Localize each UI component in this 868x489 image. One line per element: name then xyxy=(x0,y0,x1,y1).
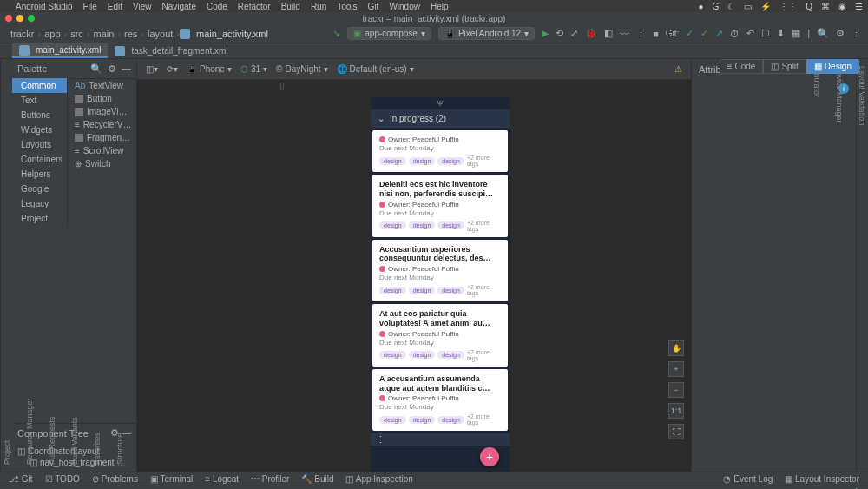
rail-device-manager[interactable]: Device Manager xyxy=(833,66,845,465)
more-tags[interactable]: +2 more tags xyxy=(467,413,501,426)
avd-icon[interactable]: ☐ xyxy=(761,28,770,39)
tag[interactable]: design xyxy=(379,287,406,294)
zoom-reset-icon[interactable]: ⛶ xyxy=(668,424,684,439)
bottom-nav[interactable]: ⋮ xyxy=(371,433,510,446)
view-mode-code[interactable]: ≡Code xyxy=(720,59,764,74)
menu-window[interactable]: Window xyxy=(389,2,420,11)
menu-tools[interactable]: Tools xyxy=(337,2,357,11)
menu-build[interactable]: Build xyxy=(281,2,300,11)
tool-logcat[interactable]: ≡ Logcat xyxy=(205,474,239,484)
tool-profiler[interactable]: 〰 Profiler xyxy=(251,474,289,484)
pan-icon[interactable]: ✋ xyxy=(668,340,684,356)
palette-cat-project[interactable]: Project xyxy=(12,211,67,226)
menu-icon[interactable]: ☰ xyxy=(855,2,863,11)
tag[interactable]: design xyxy=(379,351,406,359)
rail-favorites[interactable]: Favorites xyxy=(91,66,103,465)
tool-event-log[interactable]: ◔ Event Log xyxy=(723,474,773,484)
view-mode-design[interactable]: ▦Design xyxy=(806,59,859,74)
crumb-src[interactable]: src xyxy=(67,29,87,39)
crumb-main[interactable]: main xyxy=(90,29,118,39)
tool-todo[interactable]: ☑ TODO xyxy=(45,474,80,484)
rail-project[interactable]: Project xyxy=(1,66,13,465)
git-commit-icon[interactable]: ✓ xyxy=(700,28,708,39)
menu-help[interactable]: Help xyxy=(431,2,449,11)
palette-cat-layouts[interactable]: Layouts xyxy=(12,137,67,152)
crumb-app[interactable]: app xyxy=(41,29,63,39)
menu-git[interactable]: Git xyxy=(368,2,379,11)
menu-edit[interactable]: Edit xyxy=(108,2,122,11)
app-name[interactable]: Android Studio xyxy=(16,2,73,11)
more-tags[interactable]: +2 more tags xyxy=(467,349,501,361)
tool-app-inspection[interactable]: ◫ App Inspection xyxy=(345,474,412,484)
search-icon[interactable]: Q xyxy=(806,2,812,11)
menu-file[interactable]: File xyxy=(83,2,97,11)
fab-add[interactable]: + xyxy=(480,447,499,466)
locale-dropdown[interactable]: 🌐 Default (en-us) ▾ xyxy=(337,64,414,74)
rail-build-variants[interactable]: Build Variants xyxy=(69,66,81,465)
display-icon[interactable]: ▭ xyxy=(744,2,752,11)
palette-cat-common[interactable]: Common xyxy=(12,78,67,93)
tag[interactable]: design xyxy=(437,287,464,294)
sdk-icon[interactable]: ⬇ xyxy=(777,28,785,39)
g-icon[interactable]: G xyxy=(712,2,719,11)
debug-icon[interactable]: 🐞 xyxy=(585,28,597,39)
git-rollback-icon[interactable]: ↶ xyxy=(746,28,754,39)
tag[interactable]: design xyxy=(409,157,436,165)
more-tags[interactable]: +2 more tags xyxy=(467,220,501,232)
tool-problems[interactable]: ⊘ Problems xyxy=(92,474,138,484)
task-card[interactable]: A accusantium assumenda atque aut autem … xyxy=(372,369,508,432)
more-tags[interactable]: +2 more tags xyxy=(467,284,501,296)
crumb-project[interactable]: trackr xyxy=(7,29,38,39)
search-everywhere-icon[interactable]: 🔍 xyxy=(817,28,829,39)
tag[interactable]: design xyxy=(409,287,436,294)
tag[interactable]: design xyxy=(437,416,464,424)
apply-changes-icon[interactable]: ⟲ xyxy=(556,28,563,39)
tag[interactable]: design xyxy=(409,351,436,359)
settings-icon[interactable]: ⚙ xyxy=(836,28,845,39)
rail-structure[interactable]: Structure xyxy=(114,66,126,465)
rail-resource-manager[interactable]: Resource Manager xyxy=(23,66,36,465)
tool-layout-inspector[interactable]: ▦ Layout Inspector xyxy=(785,474,859,484)
wifi-icon[interactable]: ⋮⋮ xyxy=(779,2,797,11)
git-update-icon[interactable]: ✓ xyxy=(686,28,694,39)
control-center-icon[interactable]: ⌘ xyxy=(821,2,830,11)
tab-task-detail[interactable]: task_detail_fragment.xml xyxy=(108,43,234,58)
apply-code-icon[interactable]: ⤢ xyxy=(570,28,578,39)
run-config-dropdown[interactable]: ▣ app-compose ▾ xyxy=(347,27,431,40)
menu-navigate[interactable]: Navigate xyxy=(161,2,195,11)
zoom-in-icon[interactable]: + xyxy=(668,361,684,377)
surface-type-icon[interactable]: ◫▾ xyxy=(146,64,158,74)
orientation-icon[interactable]: ⟳▾ xyxy=(167,64,178,74)
minimize-window[interactable] xyxy=(16,15,23,22)
device-dropdown[interactable]: 📱 Pixel Android 12 ▾ xyxy=(438,27,535,40)
tag[interactable]: design xyxy=(437,221,464,229)
resource-icon[interactable]: ▦ xyxy=(792,28,800,39)
task-card[interactable]: Accusantium asperiores consequuntur dele… xyxy=(372,240,508,302)
palette-cat-buttons[interactable]: Buttons xyxy=(12,108,67,122)
menu-refactor[interactable]: Refactor xyxy=(238,2,271,11)
attach-icon[interactable]: ⋮ xyxy=(636,28,646,39)
section-header[interactable]: ⌄ In progress (2) xyxy=(371,109,510,128)
run-icon[interactable]: ▶ xyxy=(542,28,549,39)
menu-run[interactable]: Run xyxy=(311,2,326,11)
tool-build[interactable]: 🔨 Build xyxy=(301,474,333,484)
stop-icon[interactable]: ■ xyxy=(653,29,659,39)
git-history-icon[interactable]: ⏱ xyxy=(730,29,740,39)
theme-dropdown[interactable]: © DayNight ▾ xyxy=(276,64,328,74)
task-card[interactable]: At aut eos pariatur quia voluptates! A a… xyxy=(372,304,508,367)
device-preview[interactable]: Ψ ⌄ In progress (2) Owner: Peaceful Puff… xyxy=(371,97,510,472)
close-window[interactable] xyxy=(5,15,12,22)
maximize-window[interactable] xyxy=(28,15,35,22)
siri-icon[interactable]: ◉ xyxy=(838,2,846,11)
device-type-dropdown[interactable]: 📱 Phone ▾ xyxy=(187,64,232,74)
moon-icon[interactable]: ☾ xyxy=(727,2,735,11)
design-canvas[interactable]: ▯ Ψ ⌄ In progress (2) Owner: Peaceful Pu… xyxy=(137,80,691,472)
palette-cat-helpers[interactable]: Helpers xyxy=(12,167,67,182)
tag[interactable]: design xyxy=(379,157,406,165)
battery-icon[interactable]: ⚡ xyxy=(760,2,771,11)
menu-view[interactable]: View xyxy=(133,2,152,11)
rail-emulator[interactable]: Emulator xyxy=(811,66,823,465)
rail-pull-requests[interactable]: Pull Requests xyxy=(46,66,58,465)
view-mode-split[interactable]: ◫Split xyxy=(763,59,806,74)
menu-icon[interactable]: ⋮ xyxy=(376,434,385,446)
